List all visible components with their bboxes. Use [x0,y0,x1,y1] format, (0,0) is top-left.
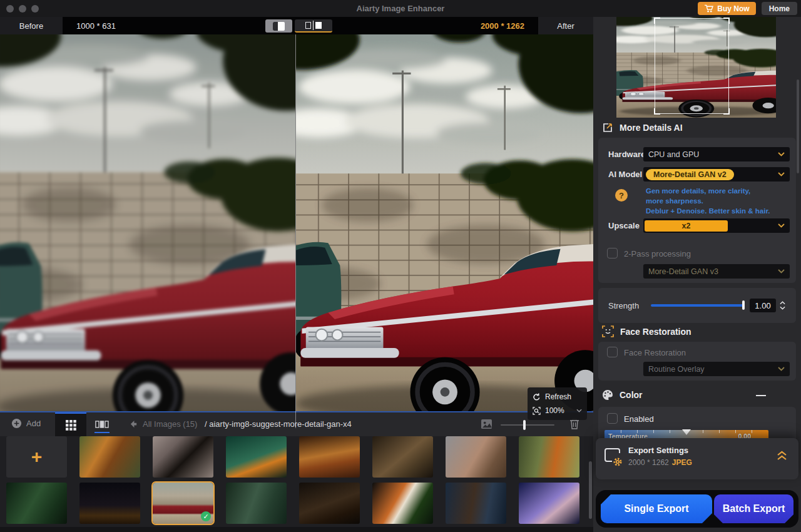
after-size: 2000 * 1262 [481,17,524,34]
export-collapse-icon[interactable] [777,449,787,464]
chevron-down-icon [778,269,785,274]
face-mode-dropdown[interactable]: Routine Overlay [643,362,790,376]
face-restoration-icon [602,325,614,337]
home-label: Home [769,4,790,13]
help-glyph: ? [619,191,624,200]
before-tab: Before [0,17,63,34]
thumbnail-butterfly[interactable] [153,436,213,478]
after-tab: After [538,17,593,34]
after-image [296,34,593,428]
upscale-value: x2 [645,220,728,232]
strength-slider[interactable] [651,304,745,307]
thumbnail-jungle-bird[interactable] [6,483,67,524]
close-window-icon[interactable] [6,5,14,13]
before-image [0,34,295,428]
thumbnail-dog-art[interactable] [372,436,433,478]
color-title: Color [620,390,643,400]
upscale-dropdown[interactable]: x2 [643,218,790,233]
model-description: Gen more details, more clarity, more sha… [646,186,770,216]
thumbnail-terrarium[interactable] [226,436,287,478]
model-description-line2: more sharpness. [646,196,770,206]
list-view-icon [95,421,109,428]
chevron-down-icon [778,223,785,228]
export-settings-card[interactable]: Export Settings 2000 * 1262JPEG [596,438,798,479]
thumbnail-red-car[interactable]: ✓ [153,483,213,524]
single-view-button[interactable] [265,19,292,33]
stepper-down-icon [780,306,785,310]
thumbnail-scrollbar[interactable] [589,461,592,519]
export-format: JPEG [672,458,692,467]
two-pass-checkbox[interactable] [607,248,618,258]
thumbnail-fox[interactable] [519,436,579,478]
delete-button[interactable] [569,418,579,432]
minimize-window-icon[interactable] [19,5,26,13]
thumbnail-city-night[interactable] [79,483,140,524]
chevron-down-icon [778,172,785,176]
ai-model-value: More-Detail GAN v2 [646,169,734,180]
two-pass-model-value: More-Detail GAN v3 [648,267,718,276]
temperature-slider-thumb[interactable] [682,429,691,435]
navigator-viewport-rect[interactable] [655,18,729,114]
zoom-window-icon[interactable] [31,5,39,13]
export-settings-title: Export Settings [628,446,688,455]
buy-now-label: Buy Now [717,4,749,13]
more-details-ai-section: Hardware CPU and GPU AI Model More-Detai… [598,138,796,283]
more-details-ai-title: More Details AI [620,123,683,133]
plus-circle-icon [11,418,22,429]
hardware-dropdown[interactable]: CPU and GPU [643,147,790,161]
two-pass-model-dropdown[interactable]: More-Detail GAN v3 [643,264,790,279]
color-palette-icon [602,389,613,401]
thumbnail-heron[interactable] [226,483,287,524]
refresh-button[interactable]: Refresh [533,391,582,402]
split-divider[interactable] [295,34,296,428]
list-view-button[interactable] [88,412,116,436]
zoom-level-control[interactable]: 100% [533,405,582,416]
thumbnail-size-slider[interactable] [501,424,554,426]
face-mode-value: Routine Overlay [648,365,705,374]
strength-value[interactable]: 1.00 [750,299,776,312]
help-icon[interactable]: ? [615,189,628,202]
thumbnail-size-icon [481,419,492,432]
thumbnail-tiger[interactable] [79,436,140,478]
thumbnail-butterfly-plant[interactable] [372,483,433,524]
thumbnail-girl-portrait[interactable] [446,436,506,478]
thumbnail-lake-cabin[interactable] [299,483,360,524]
add-label: Add [26,419,41,428]
thumbnail-size-slider-thumb[interactable] [523,420,526,430]
color-collapse-icon[interactable] [756,395,766,396]
buy-now-button[interactable]: Buy Now [698,2,755,15]
app-window: Aiarty Image Enhancer Buy Now Home Befor… [0,0,801,532]
color-enabled-checkbox[interactable] [607,413,618,424]
ai-model-dropdown[interactable]: More-Detail GAN v2 [643,167,790,182]
grid-view-button[interactable] [55,412,86,436]
grid-view-icon [66,420,76,431]
all-images-link[interactable]: All Images (15) [143,419,197,429]
title-bar: Aiarty Image Enhancer Buy Now Home [0,0,801,17]
face-restoration-section: Face Restoration Routine Overlay [598,342,796,381]
back-button[interactable] [129,419,138,431]
panel-scrollbar[interactable] [797,79,799,173]
face-restoration-checkbox[interactable] [607,347,618,357]
thumbnail-corridor-girl[interactable] [446,483,506,524]
add-image-button[interactable]: Add [11,418,41,429]
image-viewer[interactable]: Refresh 100% [0,34,593,428]
thumbnail-burger[interactable] [299,436,360,478]
thumbnail-coral[interactable] [519,483,579,524]
list-view-underline [94,432,110,433]
thumbnail-grid: +✓ [6,436,579,524]
export-settings-icon [603,447,625,467]
window-controls[interactable] [6,5,39,13]
strength-stepper[interactable] [778,299,786,312]
strength-slider-thumb[interactable] [742,300,745,310]
face-restoration-checkbox-label: Face Restoration [624,348,686,357]
batch-export-button[interactable]: Batch Export [714,494,793,523]
navigator-thumbnail[interactable] [616,17,776,118]
thumbnail-add-new[interactable]: + [6,436,67,478]
split-view-button[interactable] [295,19,332,33]
model-description-line3: Deblur + Denoise. Better skin & hair. [646,206,770,216]
before-label: Before [19,21,43,31]
export-size: 2000 * 1262 [628,458,669,467]
export-buttons-bar: Single Export Batch Export [596,490,798,528]
home-button[interactable]: Home [762,2,797,15]
single-export-button[interactable]: Single Export [601,494,712,523]
